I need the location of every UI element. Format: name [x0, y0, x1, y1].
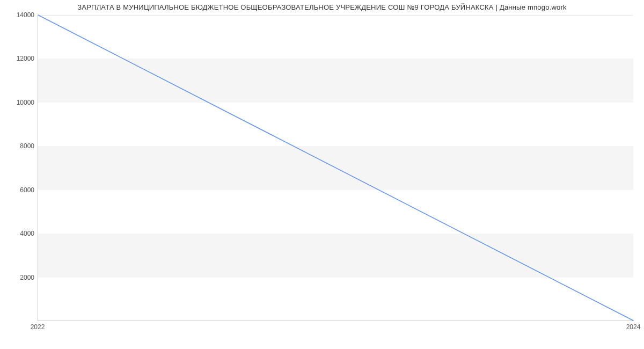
y-tick-label: 4000: [4, 230, 34, 237]
plot-area: [38, 15, 633, 321]
y-tick-label: 14000: [4, 11, 34, 19]
y-tick-label: 12000: [4, 55, 34, 62]
x-tick-label: 2022: [31, 323, 45, 331]
line-path: [38, 15, 633, 321]
y-tick-label: 2000: [4, 274, 34, 281]
y-tick-label: 10000: [4, 99, 34, 106]
y-tick-label: 8000: [4, 142, 34, 150]
chart-container: ЗАРПЛАТА В МУНИЦИПАЛЬНОЕ БЮДЖЕТНОЕ ОБЩЕО…: [0, 0, 644, 349]
x-tick-label: 2024: [626, 323, 641, 331]
chart-title: ЗАРПЛАТА В МУНИЦИПАЛЬНОЕ БЮДЖЕТНОЕ ОБЩЕО…: [0, 3, 644, 11]
line-series: [38, 15, 633, 321]
y-tick-label: 6000: [4, 186, 34, 194]
